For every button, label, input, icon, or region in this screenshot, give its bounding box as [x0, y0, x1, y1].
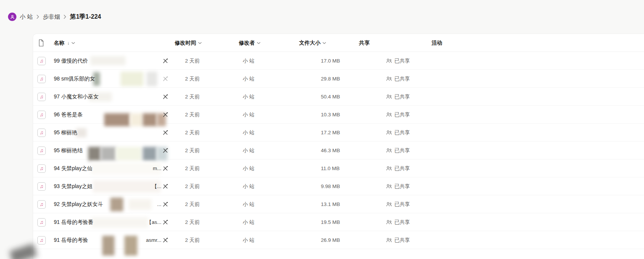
file-name-suffix: m... [109, 159, 161, 177]
modified-by: 小 站 [243, 159, 254, 177]
file-row[interactable]: ♫ 95 柳丽艳结 2 天前 小 站 46.3 MB 已共享 [33, 142, 644, 159]
people-icon [386, 58, 392, 64]
scissors-icon [163, 142, 168, 159]
file-row[interactable]: ♫ 96 爸爸是条 2 天前 小 站 10.3 MB 已共享 [33, 106, 644, 124]
chevron-down-icon[interactable] [322, 42, 326, 44]
file-row[interactable]: ♫ 92 失禁play之妖女斗 ... 2 天前 小 站 13.1 MB 已共享 [33, 195, 644, 213]
sharing-status[interactable]: 已共享 [386, 231, 410, 249]
chevron-down-icon[interactable] [71, 42, 75, 44]
file-name[interactable]: 99 傲慢的代价 [54, 52, 88, 70]
sharing-status-label: 已共享 [394, 201, 410, 208]
file-name[interactable]: 97 小魔女和小巫女 [54, 88, 98, 106]
column-header-name-label: 名称 [54, 40, 64, 47]
file-icon-cell: ♫ [37, 124, 46, 142]
redaction-blur-patch [76, 128, 87, 137]
chevron-right-icon [63, 14, 66, 19]
sharing-status[interactable]: 已共享 [386, 124, 410, 142]
modified-time: 2 天前 [185, 213, 200, 231]
file-name-suffix: 【as... [109, 213, 161, 231]
file-rows-container: ♫ 99 傲慢的代价 2 天前 小 站 17.0 MB 已共享 ♫ [33, 52, 644, 249]
people-icon [386, 147, 392, 154]
people-icon [386, 129, 392, 136]
modified-by: 小 站 [243, 195, 254, 213]
file-row[interactable]: ♫ 97 小魔女和小巫女 2 天前 小 站 50.4 MB 已共享 [33, 88, 644, 106]
scissors-icon [163, 231, 168, 249]
breadcrumb-item-folder[interactable]: 步非烟 [43, 13, 60, 21]
audio-file-icon: ♫ [37, 146, 46, 155]
sharing-status[interactable]: 已共享 [386, 52, 410, 70]
modified-by: 小 站 [243, 52, 254, 70]
people-icon [386, 219, 392, 225]
file-row[interactable]: ♫ 94 失禁play之仙 m... 2 天前 小 站 11.0 MB 已共享 [33, 159, 644, 177]
file-name-suffix: ... [109, 195, 161, 213]
file-name[interactable]: 95 柳丽艳 [54, 124, 77, 142]
modified-by: 小 站 [243, 70, 254, 88]
sharing-status[interactable]: 已共享 [386, 70, 410, 88]
breadcrumb-item-site[interactable]: 小 站 [20, 13, 33, 21]
sharing-status[interactable]: 已共享 [386, 88, 410, 106]
redaction-blur-patch [88, 147, 101, 161]
file-name-suffix [109, 142, 161, 159]
file-size: 19.5 MB [321, 213, 340, 231]
chevron-down-icon[interactable] [198, 42, 202, 44]
column-header-modified[interactable]: 修改时间 [175, 34, 202, 52]
file-name[interactable]: 94 失禁play之仙 [54, 159, 92, 177]
column-header-file-size[interactable]: 文件大小 [299, 34, 326, 52]
file-row[interactable]: ♫ 98 sm俱乐部的女 2 天前 小 站 29.8 MB 已共享 [33, 70, 644, 88]
modified-by: 小 站 [243, 213, 254, 231]
file-name-suffix [109, 52, 161, 70]
file-row[interactable]: ♫ 93 失禁play之姐 【... 2 天前 小 站 9.98 MB 已共享 [33, 177, 644, 195]
file-size: 11.0 MB [321, 159, 340, 177]
sharing-status[interactable]: 已共享 [386, 213, 410, 231]
chevron-down-icon[interactable] [257, 42, 261, 44]
modified-time: 2 天前 [185, 159, 200, 177]
file-name-suffix: 【... [109, 177, 161, 195]
file-row[interactable]: ♫ 95 柳丽艳 2 天前 小 站 17.2 MB 已共享 [33, 124, 644, 142]
file-type-column-header[interactable] [38, 34, 44, 52]
file-size: 17.0 MB [321, 52, 340, 70]
audio-file-icon: ♫ [37, 57, 46, 65]
breadcrumb-item-current: 第1季1-224 [70, 13, 101, 21]
sharing-status[interactable]: 已共享 [386, 177, 410, 195]
column-header-activity[interactable]: 活动 [431, 34, 442, 52]
audio-file-icon: ♫ [37, 218, 46, 227]
scissors-icon [163, 159, 168, 177]
scissors-icon [163, 213, 168, 231]
file-name-suffix [109, 70, 161, 88]
sharing-status-label: 已共享 [394, 219, 410, 226]
sharing-status[interactable]: 已共享 [386, 106, 410, 124]
file-row[interactable]: ♫ 91 岳母的考验 asmr... 2 天前 小 站 26.9 MB 已共享 [33, 231, 644, 249]
file-name[interactable]: 92 失禁play之妖女斗 [54, 195, 103, 213]
file-size: 29.8 MB [321, 70, 340, 88]
modified-time: 2 天前 [185, 70, 200, 88]
file-name[interactable]: 91 岳母的考验番 [54, 213, 93, 231]
file-row[interactable]: ♫ 91 岳母的考验番 【as... 2 天前 小 站 19.5 MB 已共享 [33, 213, 644, 231]
column-header-modified-by[interactable]: 修改者 [239, 34, 261, 52]
file-icon-cell: ♫ [37, 142, 46, 159]
file-size: 50.4 MB [321, 88, 340, 106]
sharing-status-label: 已共享 [394, 129, 410, 136]
user-avatar[interactable] [8, 13, 16, 21]
file-list-card: 名称 ↓ 修改时间 修改者 文件大小 共享 活动 [33, 34, 644, 259]
column-header-name[interactable]: 名称 ↓ [54, 34, 75, 52]
scissors-icon [163, 124, 168, 142]
file-name[interactable]: 93 失禁play之姐 [54, 177, 92, 195]
file-name[interactable]: 98 sm俱乐部的女 [54, 70, 95, 88]
redaction-smudge [9, 244, 37, 259]
file-name[interactable]: 95 柳丽艳结 [54, 142, 82, 159]
sharing-status[interactable]: 已共享 [386, 159, 410, 177]
column-header-file-size-label: 文件大小 [299, 40, 320, 47]
column-header-sharing[interactable]: 共享 [359, 34, 370, 52]
file-name[interactable]: 96 爸爸是条 [54, 106, 82, 124]
file-row[interactable]: ♫ 99 傲慢的代价 2 天前 小 站 17.0 MB 已共享 [33, 52, 644, 70]
audio-file-icon: ♫ [37, 164, 46, 173]
file-icon-cell: ♫ [37, 52, 46, 70]
file-size: 13.1 MB [321, 195, 340, 213]
sharing-status-label: 已共享 [394, 237, 410, 244]
sharing-status[interactable]: 已共享 [386, 142, 410, 159]
file-icon-cell: ♫ [37, 106, 46, 124]
file-name[interactable]: 91 岳母的考验 [54, 231, 88, 249]
column-header-sharing-label: 共享 [359, 40, 370, 47]
sharing-status[interactable]: 已共享 [386, 195, 410, 213]
sharing-status-label: 已共享 [394, 93, 410, 100]
